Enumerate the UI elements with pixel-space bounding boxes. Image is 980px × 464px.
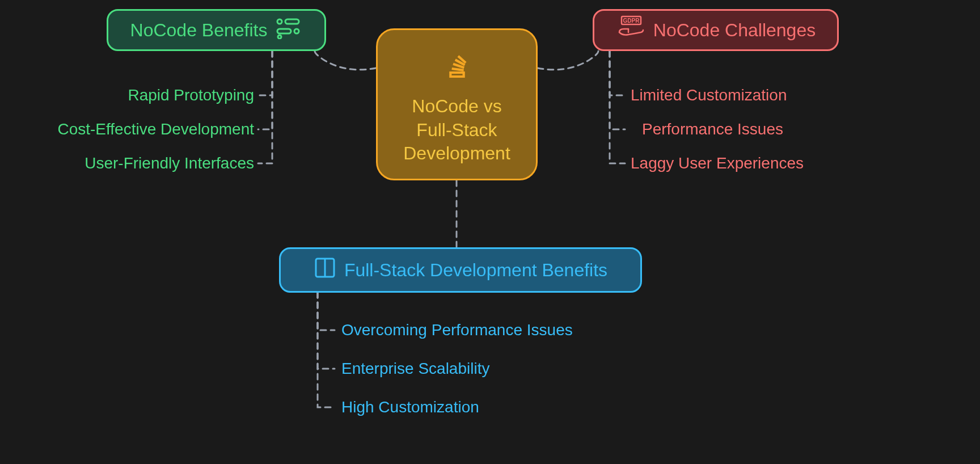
center-title: NoCode vs Full-Stack Development	[403, 95, 510, 166]
red-leaf-2: Laggy User Experiences	[631, 154, 804, 172]
svg-point-4	[278, 35, 281, 39]
nocode-benefits-node: NoCode Benefits	[107, 9, 326, 51]
svg-point-0	[277, 19, 282, 24]
green-leaf-0: Rapid Prototyping	[0, 86, 254, 104]
svg-rect-2	[277, 29, 291, 33]
fullstack-benefits-node: Full-Stack Development Benefits	[279, 247, 642, 293]
stack-icon	[441, 49, 473, 87]
svg-rect-1	[285, 19, 299, 24]
nocode-challenges-title: NoCode Challenges	[653, 20, 816, 41]
red-leaf-1: Performance Issues	[642, 120, 783, 138]
svg-text:GDPR: GDPR	[623, 18, 640, 24]
green-leaf-1: Cost-Effective Development	[0, 120, 254, 138]
blue-leaf-2: High Customization	[341, 398, 479, 416]
blue-leaf-1: Enterprise Scalability	[341, 360, 489, 378]
fullstack-benefits-title: Full-Stack Development Benefits	[344, 260, 607, 281]
blocks-icon	[275, 16, 302, 44]
red-leaf-0: Limited Customization	[631, 86, 787, 104]
green-leaf-2: User-Friendly Interfaces	[0, 154, 254, 172]
gdpr-icon: GDPR	[616, 15, 645, 45]
nocode-challenges-node: GDPR NoCode Challenges	[593, 9, 839, 51]
nocode-benefits-title: NoCode Benefits	[130, 20, 268, 41]
center-node: NoCode vs Full-Stack Development	[376, 28, 538, 180]
panels-icon	[314, 256, 336, 284]
blue-leaf-0: Overcoming Performance Issues	[341, 321, 573, 339]
svg-point-3	[294, 29, 299, 33]
